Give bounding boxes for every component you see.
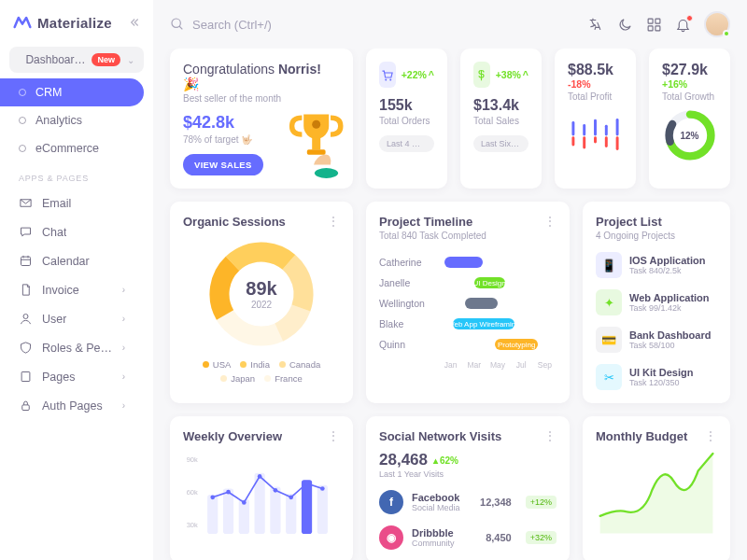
bell-icon[interactable] xyxy=(675,17,691,33)
main: Search (Ctrl+/) Congratulations Norris! … xyxy=(153,0,747,560)
sidebar-item-invoice[interactable]: Invoice› xyxy=(0,275,144,304)
sidebar-item-analytics[interactable]: Analytics xyxy=(0,106,144,134)
more-icon[interactable]: ⋮ xyxy=(704,429,717,442)
project-list-card: Project List 4 Ongoing Projects 📱IOS App… xyxy=(583,202,730,403)
svg-point-14 xyxy=(390,78,392,80)
stat-value: $13.4k xyxy=(473,97,529,114)
congrats-title: Congratulations Norris! 🎉 xyxy=(183,62,340,91)
gauge-value: 89k xyxy=(246,278,276,300)
timeline-row: QuinnPrototyping xyxy=(379,334,557,355)
timeline-row: JanelleUI Design xyxy=(379,273,557,293)
timeline-row: BlakeWeb App Wireframing xyxy=(379,314,557,334)
social-name: Facebook xyxy=(412,492,472,503)
more-icon[interactable]: ⋮ xyxy=(543,429,557,442)
project-icon: ✂ xyxy=(596,364,622,390)
card-title: Weekly Overview xyxy=(183,429,282,443)
stat-change: -18% xyxy=(568,78,623,90)
sidebar-item-calendar[interactable]: Calendar xyxy=(0,246,144,275)
timeline-x-axis: JanMarMayJulSep xyxy=(439,360,557,370)
more-icon[interactable]: ⋮ xyxy=(327,215,340,228)
svg-point-48 xyxy=(258,474,262,479)
sidebar-item-label: Analytics xyxy=(35,114,82,127)
legend-item: USA xyxy=(203,359,232,370)
sidebar-item-email[interactable]: Email xyxy=(0,189,144,217)
nav-icon xyxy=(19,254,33,268)
caret-up-icon: ^ xyxy=(523,69,529,80)
stat-change: +38% ^ xyxy=(496,69,529,80)
content: Congratulations Norris! 🎉 Best seller of… xyxy=(153,49,747,560)
translate-icon[interactable] xyxy=(588,17,604,33)
sidebar-item-auth-pages[interactable]: Auth Pages› xyxy=(0,391,144,420)
stat-chip: Last Six Mon… xyxy=(473,135,529,152)
brand-row: Materialize xyxy=(0,9,153,41)
project-title: Bank Dashboard xyxy=(629,329,711,341)
social-category: Social Media xyxy=(412,503,472,512)
timeline-bar: Web App Wireframing xyxy=(453,318,514,329)
svg-rect-5 xyxy=(648,19,653,23)
sidebar-item-dashboards[interactable]: Dashboar… New ⌄ xyxy=(9,47,144,73)
svg-rect-43 xyxy=(317,485,328,534)
timeline-bar: UI Design xyxy=(474,277,505,288)
project-title: Web Application xyxy=(629,292,710,303)
sidebar-item-ecommerce[interactable]: eCommerce xyxy=(0,134,144,162)
svg-rect-40 xyxy=(270,487,280,534)
project-subtitle: Task 58/100 xyxy=(629,341,711,350)
axis-label: Jul xyxy=(510,360,533,370)
axis-label: May xyxy=(486,360,509,370)
more-icon[interactable]: ⋮ xyxy=(327,429,340,442)
svg-point-9 xyxy=(315,168,338,178)
grid-icon[interactable] xyxy=(646,17,662,33)
sidebar-item-label: CRM xyxy=(35,86,62,99)
chevron-right-icon: › xyxy=(122,285,125,295)
svg-rect-36 xyxy=(207,495,218,534)
sidebar-item-label: User xyxy=(42,313,66,326)
nav-icon xyxy=(19,399,33,413)
legend-item: France xyxy=(264,373,303,384)
moon-icon[interactable] xyxy=(617,17,633,33)
project-item[interactable]: 💳Bank DashboardTask 58/100 xyxy=(596,327,717,353)
chevron-right-icon: › xyxy=(122,371,125,382)
sidebar-item-label: Auth Pages xyxy=(42,399,103,413)
project-item[interactable]: ✦Web ApplicationTask 99/1.42k xyxy=(596,289,717,315)
legend-item: Japan xyxy=(220,373,255,384)
more-icon[interactable]: ⋮ xyxy=(543,215,557,228)
sidebar-item-label: Dashboar… xyxy=(25,53,85,66)
sidebar-item-label: Pages xyxy=(42,371,75,384)
stat-change: +16% xyxy=(662,78,717,90)
chevron-right-icon: › xyxy=(122,314,125,324)
avatar[interactable] xyxy=(704,11,730,37)
card-subtitle: 4 Ongoing Projects xyxy=(596,231,717,241)
chevron-down-icon: ⌄ xyxy=(127,55,134,65)
timeline-row-name: Catherine xyxy=(379,257,439,268)
svg-point-12 xyxy=(312,120,320,129)
dot-icon xyxy=(19,145,26,152)
timeline-bar xyxy=(465,298,498,309)
sidebar-item-roles-permissi-[interactable]: Roles & Permissi…› xyxy=(0,333,144,362)
nav-icon xyxy=(19,283,33,297)
social-network-icon: f xyxy=(379,490,403,514)
project-subtitle: Task 99/1.42k xyxy=(629,303,710,313)
stat-label: Total Orders xyxy=(379,116,434,126)
stat-value: $27.9k xyxy=(662,62,717,78)
project-title: IOS Application xyxy=(629,255,706,266)
project-item[interactable]: 📱IOS ApplicationTask 840/2.5k xyxy=(596,252,717,278)
timeline-chart: CatherineJanelleUI DesignWellingtonBlake… xyxy=(379,252,557,355)
sidebar-collapse-icon[interactable] xyxy=(127,16,140,29)
svg-rect-7 xyxy=(648,25,653,30)
sidebar-item-crm[interactable]: CRM xyxy=(0,78,144,106)
search-icon xyxy=(170,17,185,32)
congrats-card: Congratulations Norris! 🎉 Best seller of… xyxy=(170,49,353,189)
caret-up-icon: ^ xyxy=(429,69,434,80)
sidebar-item-pages[interactable]: Pages› xyxy=(0,362,144,391)
svg-text:30k: 30k xyxy=(187,521,198,529)
stat-value: 155k xyxy=(379,97,434,114)
cart-icon xyxy=(379,62,396,88)
timeline-bar: Prototyping xyxy=(495,339,537,350)
social-change-chip: +12% xyxy=(526,496,557,509)
sidebar-item-user[interactable]: User› xyxy=(0,304,144,333)
sidebar-item-chat[interactable]: Chat xyxy=(0,217,144,246)
svg-rect-2 xyxy=(21,372,30,382)
search[interactable]: Search (Ctrl+/) xyxy=(170,17,577,32)
project-item[interactable]: ✂UI Kit DesignTask 120/350 xyxy=(596,364,717,390)
view-sales-button[interactable]: VIEW SALES xyxy=(183,154,263,175)
